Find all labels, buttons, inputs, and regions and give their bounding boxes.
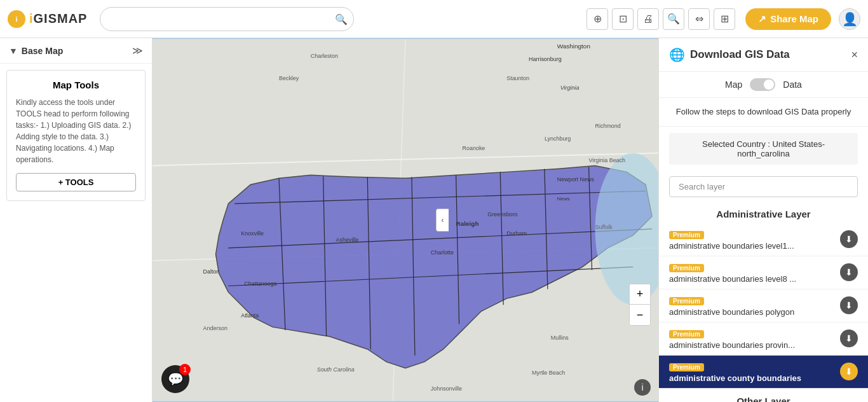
basemap-label: Base Map [22,46,63,56]
layer-info: Premium administrative county boundaries [669,361,840,383]
layer-item-county[interactable]: Premium administrative county boundaries… [659,356,868,389]
svg-text:Asheville: Asheville [336,237,359,243]
location-tool-button[interactable]: ⊕ [587,8,608,30]
chat-bubble[interactable]: 💬 1 [161,365,189,393]
svg-text:Virginia Beach: Virginia Beach [589,157,625,163]
zoom-in-button[interactable]: + [630,284,650,305]
premium-badge: Premium [669,264,704,272]
svg-text:Johnsonville: Johnsonville [431,385,462,392]
right-panel-title: 🌐 Download GIS Data [669,47,851,62]
chat-badge: 1 [179,364,191,375]
svg-text:Mullins: Mullins [551,335,569,341]
svg-text:Charleston: Charleston [311,53,338,59]
map-svg: Raleigh Asheville Charlotte Durham Green… [153,38,658,402]
print-tool-button[interactable]: 🖨 [637,8,659,30]
search-icon-button[interactable]: 🔍 [335,13,348,25]
search-tool-button[interactable]: 🔍 [663,8,684,30]
layer-info: Premium administrative boundaries polygo… [669,295,840,317]
basemap-chevron-icon: ▼ [9,46,18,56]
toggle-data-label: Data [783,80,802,90]
download-layer-button[interactable]: ⬇ [840,363,858,380]
map-tools-panel: Map Tools Kindly access the tools under … [6,70,146,201]
svg-text:Virginia: Virginia [560,85,580,91]
svg-text:Myrtle Beach: Myrtle Beach [532,370,565,376]
logo-icon: i [8,10,25,28]
layer-info: Premium administrative boundaries level1… [669,228,840,251]
svg-text:Lynchburg: Lynchburg [545,135,571,142]
map-tools-bar: ⊕ ⊡ 🖨 🔍 ⇔ ⊞ [587,8,735,30]
svg-text:South Carolina: South Carolina [317,366,355,373]
measure-tool-button[interactable]: ⇔ [688,8,710,30]
svg-text:News: News [557,196,570,202]
logo: i iGISMAP [8,10,87,28]
svg-text:Roanoke: Roanoke [463,145,485,151]
premium-badge: Premium [669,231,704,239]
svg-text:Beckley: Beckley [279,75,299,81]
logo-text: iGISMAP [29,11,87,26]
search-bar: 🔍 [100,7,354,31]
panel-collapse-arrow[interactable]: ‹ [436,209,449,232]
svg-text:Washington: Washington [557,43,590,50]
download-layer-button[interactable]: ⬇ [840,329,858,347]
map-tools-description: Kindly access the tools under TOOLS head… [16,97,136,165]
layer-item-province[interactable]: Premium administrative boundaries provin… [659,322,868,356]
layer-item-level1[interactable]: Premium administrative boundaries level1… [659,223,868,256]
layer-name: administrative boundaries provin... [669,340,840,350]
download-layer-button[interactable]: ⬇ [840,230,858,248]
svg-text:Raleigh: Raleigh [456,220,479,227]
search-layer-input[interactable]: Search layer [669,176,858,197]
svg-text:Richmond: Richmond [595,123,621,129]
layers-tool-button[interactable]: ⊞ [714,8,735,30]
instruction-text: Follow the steps to download GIS Data pr… [659,98,868,127]
map-data-toggle[interactable] [750,78,775,91]
zoom-out-button[interactable]: − [630,305,650,325]
svg-text:Suffolk: Suffolk [595,224,613,230]
map-tools-title: Map Tools [16,80,136,90]
svg-text:Dalton: Dalton [203,268,220,275]
share-map-button[interactable]: ↗ Share Map [745,8,831,30]
svg-text:Staunton: Staunton [506,75,529,81]
svg-text:Greensboro: Greensboro [487,211,517,218]
layer-item-polygon[interactable]: Premium administrative boundaries polygo… [659,289,868,322]
toggle-row: Map Data [659,72,868,98]
svg-text:Anderson: Anderson [203,325,227,331]
right-panel-header: 🌐 Download GIS Data × [659,38,868,72]
premium-badge: Premium [669,363,704,371]
layer-name: administrative county boundaries [669,373,840,383]
share-map-label: Share Map [770,13,818,24]
globe-icon: 🌐 [669,47,685,62]
right-panel: 🌐 Download GIS Data × Map Data Follow th… [658,38,868,402]
panel-title-text: Download GIS Data [690,48,790,61]
svg-text:Chattanooga: Chattanooga [244,281,276,287]
close-panel-button[interactable]: × [851,48,858,62]
download-layer-button[interactable]: ⬇ [840,263,858,281]
map-container: Raleigh Asheville Charlotte Durham Green… [153,38,658,402]
download-layer-button[interactable]: ⬇ [840,296,858,314]
layers-list: Premium administrative boundaries level1… [659,223,868,389]
layer-info: Premium administrative boundaries provin… [669,328,840,350]
premium-badge: Premium [669,330,704,338]
left-sidebar: ▼ Base Map ≫ Map Tools Kindly access the… [0,38,153,402]
info-button[interactable]: i [634,379,651,396]
search-input[interactable] [100,7,354,31]
main-content: ▼ Base Map ≫ Map Tools Kindly access the… [0,38,868,402]
toggle-map-label: Map [725,80,742,90]
layer-item-level8[interactable]: Premium administrative boundaries level8… [659,256,868,289]
extent-tool-button[interactable]: ⊡ [612,8,634,30]
svg-text:Harrisonburg: Harrisonburg [529,56,562,62]
layer-name: administrative boundaries level1... [669,241,840,251]
basemap-header[interactable]: ▼ Base Map ≫ [0,38,152,64]
other-layer-section-title: Other Layer [659,389,868,403]
svg-text:Atlanta: Atlanta [241,312,259,319]
info-label: i [641,382,643,392]
administrative-section-title: Administrative Layer [659,202,868,223]
sidebar-collapse-button[interactable]: ≫ [132,45,143,57]
layer-info: Premium administrative boundaries level8… [669,261,840,284]
tools-button[interactable]: + TOOLS [16,173,136,191]
user-icon[interactable]: 👤 [839,8,860,30]
svg-text:Knoxville: Knoxville [241,230,264,237]
svg-text:Newport News: Newport News [557,176,595,183]
zoom-controls: + − [629,284,651,326]
svg-text:Durham: Durham [506,230,527,237]
header: i iGISMAP 🔍 ⊕ ⊡ 🖨 🔍 ⇔ ⊞ ↗ Share Map 👤 [0,0,868,38]
